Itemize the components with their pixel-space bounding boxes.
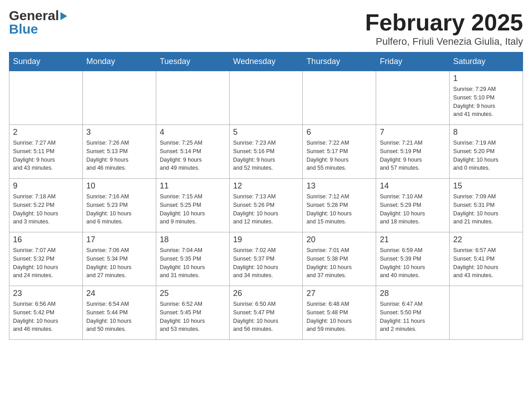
title-block: February 2025 Pulfero, Friuli Venezia Gi… xyxy=(365,9,523,47)
month-title: February 2025 xyxy=(365,9,523,36)
day-number: 23 xyxy=(13,289,79,298)
weekday-header-friday: Friday xyxy=(376,52,450,71)
day-info: Sunrise: 7:25 AM Sunset: 5:14 PM Dayligh… xyxy=(160,139,226,172)
day-info: Sunrise: 6:57 AM Sunset: 5:41 PM Dayligh… xyxy=(453,246,519,280)
day-info: Sunrise: 7:16 AM Sunset: 5:23 PM Dayligh… xyxy=(86,193,152,226)
calendar-cell: 11Sunrise: 7:15 AM Sunset: 5:25 PM Dayli… xyxy=(156,179,229,232)
day-info: Sunrise: 7:09 AM Sunset: 5:31 PM Dayligh… xyxy=(453,193,519,226)
day-number: 7 xyxy=(380,128,446,137)
weekday-header-sunday: Sunday xyxy=(9,52,83,71)
weekday-header-thursday: Thursday xyxy=(303,52,376,71)
day-number: 1 xyxy=(453,74,519,83)
day-number: 5 xyxy=(233,128,299,137)
calendar-cell: 16Sunrise: 7:07 AM Sunset: 5:32 PM Dayli… xyxy=(9,232,83,286)
calendar-week-3: 9Sunrise: 7:18 AM Sunset: 5:22 PM Daylig… xyxy=(9,179,523,232)
day-number: 19 xyxy=(233,235,299,244)
logo-general: General xyxy=(9,9,67,22)
day-number: 10 xyxy=(86,181,152,191)
day-number: 16 xyxy=(13,235,79,244)
day-number: 11 xyxy=(160,181,226,191)
calendar-cell: 28Sunrise: 6:47 AM Sunset: 5:50 PM Dayli… xyxy=(376,286,450,340)
calendar-cell xyxy=(450,286,523,340)
calendar-cell: 17Sunrise: 7:06 AM Sunset: 5:34 PM Dayli… xyxy=(82,232,156,286)
location-subtitle: Pulfero, Friuli Venezia Giulia, Italy xyxy=(365,36,523,47)
weekday-header-wednesday: Wednesday xyxy=(229,52,303,71)
calendar-cell: 26Sunrise: 6:50 AM Sunset: 5:47 PM Dayli… xyxy=(229,286,303,340)
calendar-cell: 2Sunrise: 7:27 AM Sunset: 5:11 PM Daylig… xyxy=(9,125,83,179)
day-info: Sunrise: 7:04 AM Sunset: 5:35 PM Dayligh… xyxy=(160,246,226,280)
day-info: Sunrise: 7:15 AM Sunset: 5:25 PM Dayligh… xyxy=(160,193,226,226)
calendar-cell: 25Sunrise: 6:52 AM Sunset: 5:45 PM Dayli… xyxy=(156,286,229,340)
calendar-cell: 3Sunrise: 7:26 AM Sunset: 5:13 PM Daylig… xyxy=(82,125,156,179)
day-number: 14 xyxy=(380,181,446,191)
calendar-cell: 5Sunrise: 7:23 AM Sunset: 5:16 PM Daylig… xyxy=(229,125,303,179)
day-number: 20 xyxy=(306,235,372,244)
calendar-cell: 9Sunrise: 7:18 AM Sunset: 5:22 PM Daylig… xyxy=(9,179,83,232)
day-info: Sunrise: 7:21 AM Sunset: 5:19 PM Dayligh… xyxy=(380,139,446,172)
calendar-cell xyxy=(82,71,156,125)
day-number: 2 xyxy=(13,128,79,137)
calendar-week-4: 16Sunrise: 7:07 AM Sunset: 5:32 PM Dayli… xyxy=(9,232,523,286)
day-number: 18 xyxy=(160,235,226,244)
weekday-header-saturday: Saturday xyxy=(450,52,523,71)
day-number: 15 xyxy=(453,181,519,191)
day-info: Sunrise: 7:12 AM Sunset: 5:28 PM Dayligh… xyxy=(306,193,372,226)
calendar-cell: 10Sunrise: 7:16 AM Sunset: 5:23 PM Dayli… xyxy=(82,179,156,232)
day-number: 22 xyxy=(453,235,519,244)
calendar-cell: 4Sunrise: 7:25 AM Sunset: 5:14 PM Daylig… xyxy=(156,125,229,179)
day-info: Sunrise: 6:48 AM Sunset: 5:48 PM Dayligh… xyxy=(306,300,372,334)
calendar-week-2: 2Sunrise: 7:27 AM Sunset: 5:11 PM Daylig… xyxy=(9,125,523,179)
day-number: 28 xyxy=(380,289,446,298)
day-info: Sunrise: 7:29 AM Sunset: 5:10 PM Dayligh… xyxy=(453,85,519,119)
day-number: 26 xyxy=(233,289,299,298)
day-info: Sunrise: 7:18 AM Sunset: 5:22 PM Dayligh… xyxy=(13,193,79,226)
day-info: Sunrise: 6:50 AM Sunset: 5:47 PM Dayligh… xyxy=(233,300,299,334)
calendar-cell: 20Sunrise: 7:01 AM Sunset: 5:38 PM Dayli… xyxy=(303,232,376,286)
calendar-cell xyxy=(303,71,376,125)
page-header: General Blue February 2025 Pulfero, Friu… xyxy=(9,9,523,47)
weekday-header-monday: Monday xyxy=(82,52,156,71)
day-number: 4 xyxy=(160,128,226,137)
day-number: 12 xyxy=(233,181,299,191)
day-number: 6 xyxy=(306,128,372,137)
calendar-cell xyxy=(9,71,83,125)
day-info: Sunrise: 7:22 AM Sunset: 5:17 PM Dayligh… xyxy=(306,139,372,172)
calendar-cell: 15Sunrise: 7:09 AM Sunset: 5:31 PM Dayli… xyxy=(450,179,523,232)
calendar-week-5: 23Sunrise: 6:56 AM Sunset: 5:42 PM Dayli… xyxy=(9,286,523,340)
day-info: Sunrise: 7:07 AM Sunset: 5:32 PM Dayligh… xyxy=(13,246,79,280)
day-info: Sunrise: 7:19 AM Sunset: 5:20 PM Dayligh… xyxy=(453,139,519,172)
day-info: Sunrise: 7:01 AM Sunset: 5:38 PM Dayligh… xyxy=(306,246,372,280)
calendar-week-1: 1Sunrise: 7:29 AM Sunset: 5:10 PM Daylig… xyxy=(9,71,523,125)
calendar-cell: 7Sunrise: 7:21 AM Sunset: 5:19 PM Daylig… xyxy=(376,125,450,179)
day-number: 3 xyxy=(86,128,152,137)
calendar-cell: 22Sunrise: 6:57 AM Sunset: 5:41 PM Dayli… xyxy=(450,232,523,286)
logo-blue: Blue xyxy=(9,22,38,36)
calendar-cell: 13Sunrise: 7:12 AM Sunset: 5:28 PM Dayli… xyxy=(303,179,376,232)
day-number: 9 xyxy=(13,181,79,191)
day-info: Sunrise: 7:26 AM Sunset: 5:13 PM Dayligh… xyxy=(86,139,152,172)
day-number: 24 xyxy=(86,289,152,298)
calendar-cell: 14Sunrise: 7:10 AM Sunset: 5:29 PM Dayli… xyxy=(376,179,450,232)
day-info: Sunrise: 6:47 AM Sunset: 5:50 PM Dayligh… xyxy=(380,300,446,334)
calendar-cell: 6Sunrise: 7:22 AM Sunset: 5:17 PM Daylig… xyxy=(303,125,376,179)
day-number: 27 xyxy=(306,289,372,298)
calendar-header-row: SundayMondayTuesdayWednesdayThursdayFrid… xyxy=(9,52,523,71)
day-info: Sunrise: 7:02 AM Sunset: 5:37 PM Dayligh… xyxy=(233,246,299,280)
calendar-cell: 27Sunrise: 6:48 AM Sunset: 5:48 PM Dayli… xyxy=(303,286,376,340)
day-info: Sunrise: 6:52 AM Sunset: 5:45 PM Dayligh… xyxy=(160,300,226,334)
day-info: Sunrise: 7:13 AM Sunset: 5:26 PM Dayligh… xyxy=(233,193,299,226)
calendar-cell xyxy=(156,71,229,125)
day-info: Sunrise: 6:56 AM Sunset: 5:42 PM Dayligh… xyxy=(13,300,79,334)
day-info: Sunrise: 6:59 AM Sunset: 5:39 PM Dayligh… xyxy=(380,246,446,280)
calendar-table: SundayMondayTuesdayWednesdayThursdayFrid… xyxy=(9,52,523,340)
day-info: Sunrise: 7:06 AM Sunset: 5:34 PM Dayligh… xyxy=(86,246,152,280)
calendar-cell: 8Sunrise: 7:19 AM Sunset: 5:20 PM Daylig… xyxy=(450,125,523,179)
logo: General Blue xyxy=(9,9,67,36)
day-number: 13 xyxy=(306,181,372,191)
calendar-cell: 18Sunrise: 7:04 AM Sunset: 5:35 PM Dayli… xyxy=(156,232,229,286)
calendar-cell: 12Sunrise: 7:13 AM Sunset: 5:26 PM Dayli… xyxy=(229,179,303,232)
day-info: Sunrise: 7:10 AM Sunset: 5:29 PM Dayligh… xyxy=(380,193,446,226)
calendar-cell: 19Sunrise: 7:02 AM Sunset: 5:37 PM Dayli… xyxy=(229,232,303,286)
day-info: Sunrise: 6:54 AM Sunset: 5:44 PM Dayligh… xyxy=(86,300,152,334)
weekday-header-tuesday: Tuesday xyxy=(156,52,229,71)
